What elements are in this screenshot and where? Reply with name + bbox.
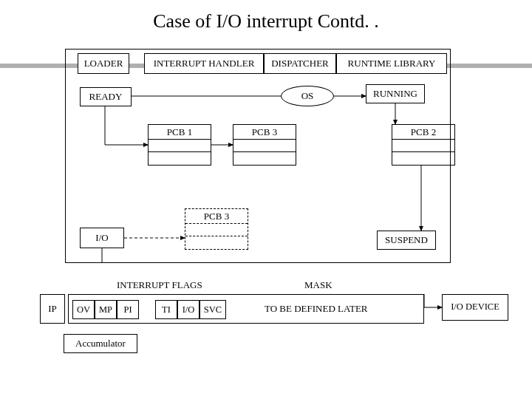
diagram-stage: LOADER INTERRUPT HANDLER DISPATCHER RUNT… bbox=[0, 37, 532, 399]
big-frame bbox=[65, 49, 451, 263]
label-tbdl: TO BE DEFINED LATER bbox=[265, 303, 368, 315]
label-mask: MASK bbox=[304, 279, 332, 291]
flag-pi: PI bbox=[117, 300, 139, 319]
box-io-device: I/O DEVICE bbox=[442, 294, 508, 321]
box-ip: IP bbox=[40, 294, 65, 324]
box-accumulator: Accumulator bbox=[64, 334, 137, 353]
label-interrupt-flags: INTERRUPT FLAGS bbox=[117, 279, 202, 291]
flag-svc: SVC bbox=[200, 300, 226, 319]
flag-ti: TI bbox=[155, 300, 177, 319]
flag-mp: MP bbox=[95, 300, 117, 319]
flag-ov: OV bbox=[72, 300, 95, 319]
flag-io: I/O bbox=[177, 300, 200, 319]
slide-title: Case of I/O interrupt Contd. . bbox=[0, 0, 532, 37]
